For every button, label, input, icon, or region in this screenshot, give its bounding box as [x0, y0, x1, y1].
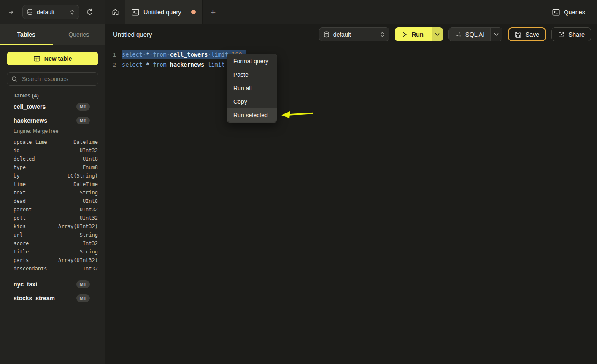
line-number: 1 [105, 51, 120, 58]
column-name: descendants [14, 266, 47, 272]
column-type: DateTime [73, 139, 98, 145]
database-selector-value: default [37, 9, 54, 16]
sql-console-app: default [0, 0, 597, 364]
new-tab-button[interactable]: + [203, 0, 224, 24]
code-token: * [146, 61, 149, 68]
run-button-label: Run [412, 31, 424, 38]
run-button[interactable]: Run [395, 27, 432, 41]
column-row: idUInt32 [0, 146, 105, 155]
code-text: select * from hackernews limit [122, 61, 225, 68]
column-name: text [14, 190, 26, 196]
column-row: parentUInt32 [0, 205, 105, 214]
column-name: poll [14, 215, 26, 221]
column-name: time [14, 181, 26, 187]
tab-strip: Untitled query + Queries [105, 0, 597, 24]
code-token: select [122, 61, 143, 68]
column-name: parts [14, 257, 29, 263]
updown-chevron-icon [70, 9, 75, 15]
terminal-icon [552, 9, 560, 16]
menu-item-format-query[interactable]: Format query [227, 54, 277, 68]
code-token: limit [211, 51, 228, 58]
new-table-button[interactable]: New table [7, 52, 98, 65]
tables-list: cell_towersMThackernewsMTEngine: MergeTr… [0, 100, 105, 305]
sql-editor[interactable]: 1select·*·from·cell_towers·limit·100·2se… [105, 45, 597, 364]
share-icon [558, 31, 565, 38]
sql-ai-button[interactable]: SQL AI [449, 28, 490, 41]
unsaved-indicator-dot [191, 10, 196, 14]
database-selector[interactable]: default [22, 5, 79, 19]
column-row: update_timeDateTime [0, 138, 105, 146]
column-name: score [14, 240, 29, 246]
column-type: Array(UInt32) [58, 257, 98, 263]
column-row: deadUInt8 [0, 197, 105, 205]
run-options-caret[interactable] [432, 27, 443, 41]
column-name: type [14, 164, 26, 170]
sidebar: Tables Queries New table [0, 24, 105, 364]
sparkles-icon [455, 31, 462, 38]
queries-button[interactable]: Queries [552, 0, 585, 24]
column-name: id [14, 148, 19, 154]
engine-badge: MT [76, 280, 90, 288]
code-token: · [167, 51, 170, 58]
code-token [143, 61, 146, 68]
refresh-icon[interactable] [86, 8, 93, 16]
editor-toolbar: Untitled query default [105, 24, 597, 45]
column-name: url [14, 232, 23, 238]
menu-item-run-all[interactable]: Run all [227, 81, 277, 95]
menu-item-copy[interactable]: Copy [227, 95, 277, 108]
menu-item-run-selected[interactable]: Run selected [227, 108, 277, 122]
column-type: Enum8 [83, 164, 98, 170]
code-token [149, 61, 153, 68]
code-token [167, 61, 170, 68]
engine-badge: MT [76, 103, 90, 111]
code-line[interactable]: 2select * from hackernews limit [105, 59, 597, 70]
sidebar-tab-tables[interactable]: Tables [0, 24, 53, 45]
search-icon [11, 76, 18, 82]
sql-ai-caret[interactable] [490, 28, 502, 41]
collapse-sidebar-icon[interactable] [8, 9, 15, 16]
sidebar-tab-queries[interactable]: Queries [53, 24, 105, 45]
terminal-icon [132, 9, 139, 16]
code-line[interactable]: 1select·*·from·cell_towers·limit·100· [105, 49, 597, 59]
column-type: Int32 [83, 240, 98, 246]
share-button[interactable]: Share [551, 27, 591, 41]
table-row[interactable]: cell_towersMT [0, 100, 105, 113]
columns-list: update_timeDateTimeidUInt32deletedUInt8t… [0, 136, 105, 277]
queries-button-label: Queries [564, 9, 585, 16]
tab-untitled-query[interactable]: Untitled query [125, 0, 203, 24]
column-row: descendantsInt32 [0, 264, 105, 273]
column-row: kidsArray(UInt32) [0, 222, 105, 231]
save-button[interactable]: Save [508, 27, 546, 41]
column-type: UInt32 [80, 207, 98, 213]
column-name: update_time [14, 139, 47, 145]
home-tab[interactable] [105, 0, 125, 24]
column-name: by [14, 173, 19, 179]
column-name: deleted [14, 156, 35, 162]
database-selector-value: default [333, 31, 351, 38]
column-name: dead [14, 198, 26, 204]
code-lines: 1select·*·from·cell_towers·limit·100·2se… [105, 49, 597, 70]
code-token: * [146, 51, 149, 58]
search-input[interactable] [21, 75, 94, 83]
table-row[interactable]: nyc_taxiMT [0, 277, 105, 291]
code-token: limit [208, 61, 225, 68]
column-type: UInt32 [80, 148, 98, 154]
column-row: typeEnum8 [0, 163, 105, 172]
code-token: from [153, 51, 167, 58]
share-button-label: Share [568, 31, 585, 38]
column-type: Array(UInt32) [58, 224, 98, 229]
menu-item-paste[interactable]: Paste [227, 68, 277, 81]
code-token: from [153, 61, 167, 68]
toolbar-actions: default [319, 27, 591, 41]
save-floppy-icon [515, 31, 521, 38]
table-row[interactable]: stocks_streamMT [0, 291, 105, 305]
tab-label: Untitled query [143, 9, 181, 16]
column-row: titleString [0, 248, 105, 256]
search-box[interactable] [7, 72, 98, 86]
top-bar: default [0, 0, 597, 24]
column-name: parent [14, 207, 32, 213]
column-type: UInt32 [80, 215, 98, 221]
context-menu: Format queryPasteRun allCopyRun selected [227, 54, 277, 123]
database-selector[interactable]: default [319, 27, 389, 41]
table-row[interactable]: hackernewsMT [0, 113, 105, 127]
